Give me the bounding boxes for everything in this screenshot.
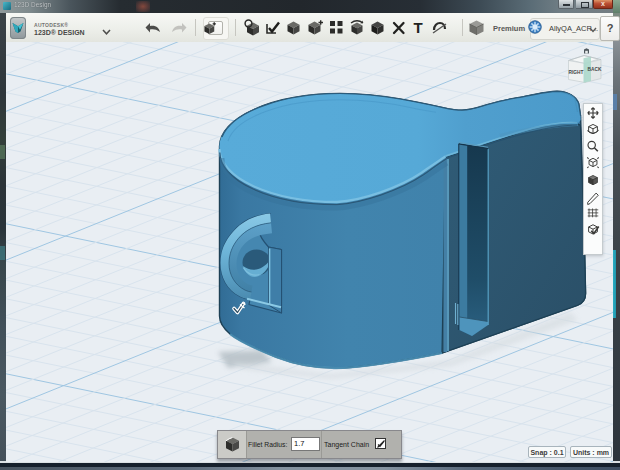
svg-text:BACK: BACK (588, 67, 602, 72)
svg-text:RIGHT: RIGHT (569, 70, 584, 75)
svg-text:T: T (413, 19, 422, 36)
